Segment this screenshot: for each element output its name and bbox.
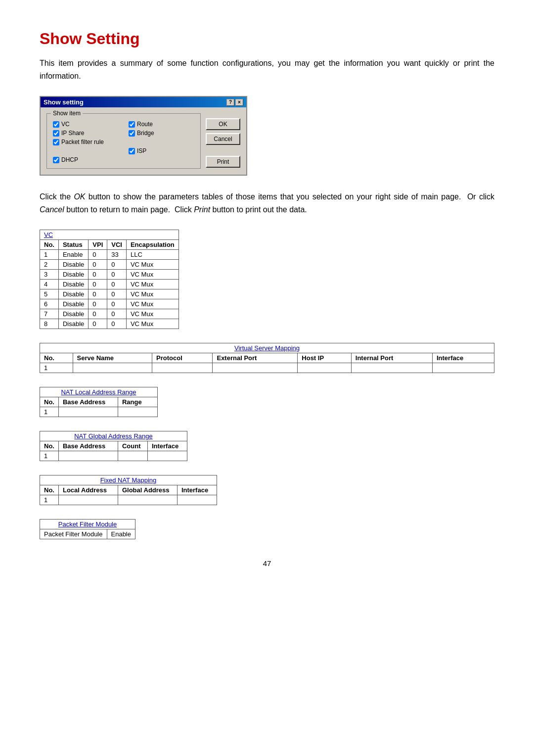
body-text: Click the OK button to show the paramete… <box>40 190 494 216</box>
page-number: 47 <box>40 559 494 567</box>
vc-table-title: VC <box>40 230 179 240</box>
vs-col-interface: Interface <box>432 353 494 363</box>
packet-filter-table: Packet Filter Module Packet Filter Modul… <box>40 519 135 539</box>
natlocal-col-range: Range <box>118 397 157 407</box>
nat-local-section: NAT Local Address Range No. Base Address… <box>40 387 494 417</box>
checkbox-vc[interactable]: VC <box>53 121 119 128</box>
nat-global-section: NAT Global Address Range No. Base Addres… <box>40 431 494 461</box>
table-row: 6Disable00VC Mux <box>40 299 179 309</box>
table-row: 5Disable00VC Mux <box>40 289 179 299</box>
table-row: 1Enable033LLC <box>40 250 179 260</box>
dialog-close-btn[interactable]: × <box>235 99 243 106</box>
dialog-body: Show item VC Route IP Share Bridge <box>41 107 246 175</box>
packet-filter-value: Enable <box>107 529 135 539</box>
ok-button[interactable]: OK <box>206 118 240 130</box>
intro-text: This item provides a summary of some fun… <box>40 57 494 82</box>
vs-col-intport: Internal Port <box>351 353 432 363</box>
fixednat-col-no: No. <box>40 485 59 495</box>
vc-table-section: VC No. Status VPI VCI Encapsulation 1Ena… <box>40 230 494 329</box>
dialog-right-panel: OK Cancel Print <box>206 113 240 169</box>
dialog-left-panel: Show item VC Route IP Share Bridge <box>46 113 201 169</box>
dialog-titlebar: Show setting ? × <box>41 97 246 107</box>
vs-col-protocol: Protocol <box>152 353 213 363</box>
natglobal-col-no: No. <box>40 441 59 451</box>
checkbox-isp[interactable]: ISP <box>129 147 194 154</box>
vc-col-vci: VCI <box>107 240 127 250</box>
table-row: 7Disable00VC Mux <box>40 309 179 319</box>
virtual-server-section: Virtual Server Mapping No. Serve Name Pr… <box>40 343 494 373</box>
checkbox-grid: VC Route IP Share Bridge Packet filter r… <box>53 121 194 163</box>
vs-col-no: No. <box>40 353 73 363</box>
print-button[interactable]: Print <box>206 156 240 168</box>
table-row: 4Disable00VC Mux <box>40 280 179 289</box>
vc-table: VC No. Status VPI VCI Encapsulation 1Ena… <box>40 230 179 329</box>
table-row: 2Disable00VC Mux <box>40 260 179 270</box>
natlocal-col-base: Base Address <box>58 397 118 407</box>
checkbox-bridge[interactable]: Bridge <box>129 130 194 137</box>
vc-col-vpi: VPI <box>89 240 107 250</box>
fixednat-col-local: Local Address <box>58 485 118 495</box>
natglobal-col-base: Base Address <box>58 441 118 451</box>
packet-filter-section: Packet Filter Module Packet Filter Modul… <box>40 519 494 539</box>
checkbox-route[interactable]: Route <box>129 121 194 128</box>
table-row: 1 <box>40 495 217 505</box>
dialog-help-btn[interactable]: ? <box>226 99 234 106</box>
vc-col-no: No. <box>40 240 59 250</box>
table-row: 1 <box>40 363 494 373</box>
page-title: Show Setting <box>40 30 494 48</box>
table-row: Packet Filter Module Enable <box>40 529 135 539</box>
table-row: 1 <box>40 451 187 461</box>
checkbox-packetfilter[interactable]: Packet filter rule <box>53 139 194 145</box>
nat-local-table: NAT Local Address Range No. Base Address… <box>40 387 158 417</box>
show-item-group: Show item VC Route IP Share Bridge <box>46 113 201 169</box>
table-row: 1 <box>40 407 158 417</box>
natlocal-col-no: No. <box>40 397 59 407</box>
fixednat-col-global: Global Address <box>118 485 177 495</box>
show-item-label: Show item <box>51 110 83 117</box>
natglobal-col-count: Count <box>118 441 147 451</box>
natglobal-col-interface: Interface <box>147 441 187 451</box>
vc-col-status: Status <box>58 240 88 250</box>
fixed-nat-section: Fixed NAT Mapping No. Local Address Glob… <box>40 475 494 505</box>
vs-col-hostip: Host IP <box>298 353 351 363</box>
nat-global-table: NAT Global Address Range No. Base Addres… <box>40 431 187 461</box>
table-row: 3Disable00VC Mux <box>40 270 179 280</box>
show-setting-dialog: Show setting ? × Show item VC Route IP S… <box>40 96 247 176</box>
dialog-title: Show setting <box>44 98 84 106</box>
dialog-titlebar-buttons: ? × <box>226 99 243 106</box>
fixednat-col-interface: Interface <box>177 485 217 495</box>
table-row: 8Disable00VC Mux <box>40 319 179 329</box>
cancel-button[interactable]: Cancel <box>206 133 240 145</box>
virtual-server-table: Virtual Server Mapping No. Serve Name Pr… <box>40 343 494 373</box>
vc-col-encap: Encapsulation <box>126 240 178 250</box>
vs-col-extport: External Port <box>213 353 298 363</box>
vs-col-name: Serve Name <box>73 353 152 363</box>
packet-filter-label: Packet Filter Module <box>40 529 107 539</box>
fixed-nat-table: Fixed NAT Mapping No. Local Address Glob… <box>40 475 217 505</box>
checkbox-ipshare[interactable]: IP Share <box>53 130 119 137</box>
checkbox-dhcp[interactable]: DHCP <box>53 156 119 163</box>
